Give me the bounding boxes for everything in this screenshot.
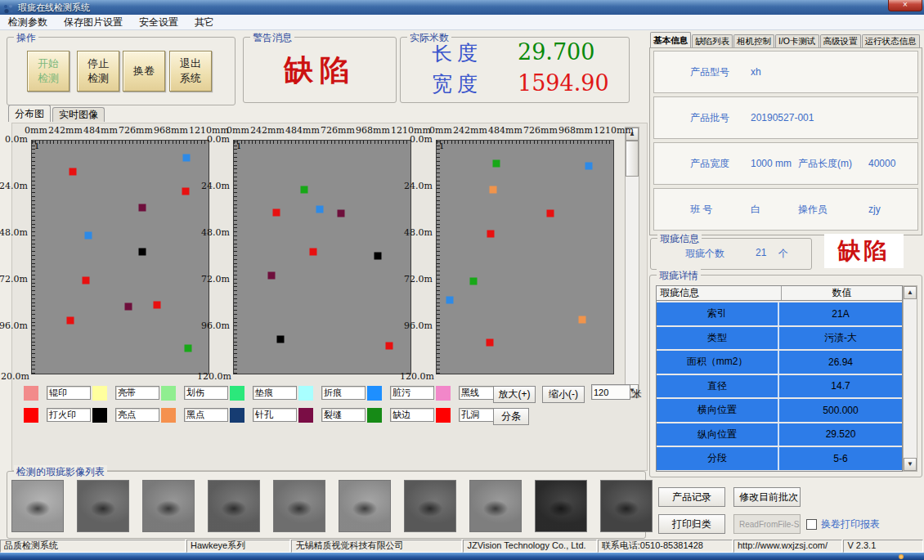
tab-advanced-settings[interactable]: 高级设置	[820, 34, 861, 47]
table-scroll-up-icon[interactable]: ▲	[904, 286, 917, 299]
defect-point-black[interactable]	[276, 336, 284, 343]
defect-point-red[interactable]	[67, 316, 74, 324]
modify-current-batch-button[interactable]: 修改目前批次	[733, 487, 801, 507]
exit-system-button[interactable]: 退出 系统	[169, 51, 212, 92]
legend-label-box[interactable]: 裂缝	[321, 408, 366, 422]
defect-thumbnail-7[interactable]	[404, 480, 456, 532]
defect-thumbnail-3[interactable]	[142, 480, 195, 532]
defect-point-blue[interactable]	[84, 231, 92, 239]
split-button[interactable]: 分条	[493, 408, 529, 425]
zoom-in-button[interactable]: 放大(+)	[493, 386, 536, 403]
tab-camera-control[interactable]: 相机控制	[733, 34, 774, 47]
defect-point-blue[interactable]	[446, 296, 454, 303]
change-roll-button[interactable]: 换卷	[123, 51, 165, 92]
defect-point-red[interactable]	[182, 188, 189, 195]
defect-thumbnail-1[interactable]	[11, 480, 64, 532]
defect-point-orange[interactable]	[489, 186, 496, 194]
legend-label-box[interactable]: 孔洞	[459, 408, 495, 422]
defect-point-maroon[interactable]	[138, 204, 146, 212]
defect-point-blue[interactable]	[585, 163, 593, 170]
defect-point-red[interactable]	[69, 168, 76, 176]
legend-label-box[interactable]: 辊印	[47, 386, 91, 400]
print-classify-button[interactable]: 打印归类	[658, 514, 725, 534]
table-scroll-down-icon[interactable]: ▼	[904, 458, 917, 471]
legend-label-box[interactable]: 划伤	[184, 386, 228, 400]
menu-item-3[interactable]: 其它	[186, 15, 222, 30]
defect-point-maroon[interactable]	[338, 209, 345, 217]
tab-defect-list[interactable]: 缺陷列表	[692, 34, 733, 47]
defect-point-black[interactable]	[138, 248, 146, 255]
legend-label-box[interactable]: 黑点	[184, 408, 228, 422]
defect-point-green[interactable]	[300, 186, 307, 194]
windows-taskbar[interactable]	[0, 553, 924, 560]
zoom-out-button[interactable]: 缩小(-)	[542, 386, 585, 403]
defect-point-orange[interactable]	[579, 316, 586, 323]
defect-count-unit: 个	[778, 247, 788, 261]
defect-point-red[interactable]	[83, 277, 90, 284]
defect-point-red[interactable]	[272, 209, 280, 217]
legend-label-box[interactable]: 打火印	[47, 408, 91, 422]
defect-thumbnail-10[interactable]	[600, 480, 653, 532]
product-record-button[interactable]: 产品记录	[658, 487, 725, 507]
tab-running-status[interactable]: 运行状态信息	[862, 34, 920, 47]
defect-image-list-group: 检测的瑕疵影像列表	[7, 471, 646, 539]
app-icon	[3, 2, 14, 12]
table-row[interactable]: 索引21A	[657, 301, 902, 325]
defect-thumbnail-9[interactable]	[535, 480, 587, 532]
range-input[interactable]	[591, 384, 630, 400]
defect-point-red[interactable]	[309, 248, 316, 255]
table-row[interactable]: 分段5-6	[657, 446, 902, 470]
defect-point-maroon[interactable]	[124, 302, 132, 310]
menu-item-1[interactable]: 保存图片设置	[56, 15, 131, 30]
info-label: 产品批号	[690, 111, 729, 125]
menu-item-0[interactable]: 检测参数	[0, 15, 56, 30]
legend-label-box[interactable]: 脏污	[390, 386, 434, 400]
tab-realtime-image[interactable]: 实时图像	[52, 107, 105, 122]
defect-point-black[interactable]	[375, 253, 382, 260]
plot-scrollbar[interactable]: ▲ ▼	[625, 127, 639, 398]
table-row[interactable]: 横向位置500.000	[657, 397, 902, 422]
legend-label-box[interactable]: 折痕	[321, 386, 366, 400]
legend-label-box[interactable]: 黑线	[459, 386, 495, 400]
info-label: 产品宽度	[690, 157, 729, 171]
table-row[interactable]: 纵向位置29.520	[657, 422, 902, 446]
print-report-checkbox[interactable]	[806, 519, 817, 530]
defect-point-maroon[interactable]	[267, 272, 275, 280]
defect-thumbnail-8[interactable]	[469, 480, 522, 532]
defect-thumbnail-6[interactable]	[339, 480, 391, 532]
defect-point-red[interactable]	[487, 231, 494, 238]
defect-point-blue[interactable]	[183, 155, 191, 162]
legend-label-box[interactable]: 亮带	[115, 386, 159, 400]
defect-point-blue[interactable]	[316, 206, 324, 213]
info-label: 产品型号	[690, 65, 729, 79]
tab-basic-info[interactable]: 基本信息	[650, 32, 691, 47]
defect-point-red[interactable]	[153, 301, 160, 308]
table-row[interactable]: 直径14.7	[657, 374, 902, 398]
legend-label-box[interactable]: 亮点	[115, 408, 159, 422]
defect-thumbnail-5[interactable]	[273, 480, 325, 532]
start-detection-button[interactable]: 开始 检测	[27, 51, 70, 92]
tab-distribution-map[interactable]: 分布图	[8, 105, 51, 122]
close-button[interactable]: ×	[888, 0, 922, 11]
stop-detection-button[interactable]: 停止 检测	[77, 51, 119, 92]
table-scrollbar[interactable]: ▲ ▼	[903, 285, 917, 472]
table-row[interactable]: 类型污渍-大	[657, 325, 902, 350]
defect-point-green[interactable]	[492, 160, 500, 168]
taskbar-notification-icon[interactable]	[899, 554, 904, 559]
legend-label-box[interactable]: 缺边	[390, 408, 434, 422]
x-tick-label: 968mm	[356, 125, 390, 136]
tab-io-card-test[interactable]: I/O卡测试	[775, 34, 819, 47]
menu-item-2[interactable]: 安全设置	[131, 15, 186, 30]
defect-thumbnail-2[interactable]	[77, 480, 129, 532]
table-row[interactable]: 面积（mm2）26.94	[657, 349, 902, 374]
info-value: 1000 mm	[751, 158, 792, 169]
defect-point-red[interactable]	[486, 339, 493, 347]
plot-scrollbar-thumb[interactable]	[626, 141, 639, 177]
defect-point-red[interactable]	[546, 209, 554, 217]
legend-label-box[interactable]: 针孔	[253, 408, 297, 422]
legend-label-box[interactable]: 垫痕	[253, 386, 297, 400]
defect-point-green[interactable]	[185, 344, 192, 352]
defect-thumbnail-4[interactable]	[208, 480, 260, 532]
defect-point-green[interactable]	[469, 278, 477, 285]
defect-point-red[interactable]	[386, 343, 393, 350]
